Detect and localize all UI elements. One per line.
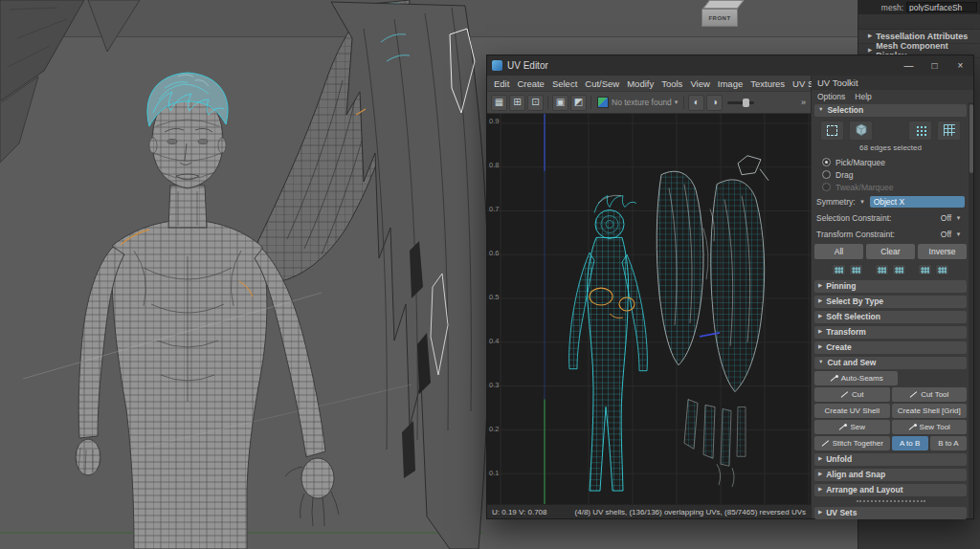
- b-to-a-button[interactable]: B to A: [930, 436, 967, 450]
- v-axis-tick: 0.5: [489, 294, 499, 301]
- menu-edit[interactable]: Edit: [490, 78, 513, 89]
- transform-constraint-dropdown[interactable]: Off ▾: [941, 230, 965, 239]
- section-uv-sets[interactable]: ▶ UV Sets: [814, 507, 967, 519]
- uv-editor-statusbar: U: 0.19 V: 0.708 (4/8) UV shells, (136/1…: [487, 504, 811, 518]
- menu-select[interactable]: Select: [548, 78, 581, 89]
- snap-grid-icon[interactable]: ⊞: [509, 95, 525, 111]
- transform-constraint-row: Transform Constraint: Off ▾: [814, 226, 967, 242]
- chevron-right-icon: ▶: [818, 487, 822, 493]
- menu-image[interactable]: Image: [714, 78, 746, 89]
- dot-grid-glyph: [835, 267, 843, 274]
- chevron-right-icon: ▶: [818, 314, 822, 319]
- display-grid-icon[interactable]: ▦: [491, 95, 507, 111]
- a-to-b-button[interactable]: A to B: [892, 436, 928, 450]
- view-cube-front-face[interactable]: FRONT: [702, 9, 738, 27]
- distortion-display-icon[interactable]: ◩: [570, 95, 587, 111]
- uv-shell-info: (4/8) UV shells, (136/136) overlapping U…: [575, 508, 806, 516]
- uv-editor-app-icon: [492, 60, 502, 71]
- sew-button[interactable]: Sew: [814, 420, 890, 434]
- v-axis-tick: 0.2: [489, 426, 499, 433]
- section-arrange-and-layout[interactable]: ▶ Arrange and Layout: [814, 484, 967, 496]
- v-axis-tick: 0.6: [489, 250, 499, 257]
- selection-buttons-row: All Clear Inverse: [814, 244, 967, 259]
- section-transform[interactable]: ▶ Transform: [814, 326, 967, 339]
- convert-to-uv-icon[interactable]: [832, 264, 846, 275]
- section-create[interactable]: ▶ Create: [814, 341, 967, 354]
- menu-tools[interactable]: Tools: [657, 78, 686, 89]
- select-shell-icon[interactable]: [918, 264, 932, 275]
- scrollbar-thumb[interactable]: [969, 104, 973, 173]
- radio-button-icon[interactable]: [822, 158, 831, 166]
- minimize-button[interactable]: —: [896, 55, 922, 76]
- menu-textures[interactable]: Textures: [746, 78, 789, 89]
- create-uv-shell-button[interactable]: Create UV Shell: [814, 404, 890, 418]
- pixel-snap-icon[interactable]: ⊡: [527, 95, 544, 111]
- section-align-and-snap[interactable]: ▶ Align and Snap: [814, 469, 967, 481]
- stitch-together-button[interactable]: Stitch Together: [814, 436, 890, 450]
- menu-view[interactable]: View: [686, 78, 713, 89]
- image-dim-slider[interactable]: [727, 101, 754, 104]
- section-selection[interactable]: ▼ Selection: [814, 104, 967, 117]
- shaded-uvs-icon[interactable]: ◐: [688, 95, 704, 111]
- toolkit-scrollbar[interactable]: [969, 102, 973, 518]
- mesh-name-field[interactable]: polySurfaceSh: [906, 2, 977, 12]
- v-axis-tick: 0.4: [489, 338, 499, 345]
- window-controls: — □ ×: [896, 55, 973, 76]
- uv-toolkit-title: UV Toolkit: [812, 76, 973, 90]
- cut-button[interactable]: Cut: [814, 387, 890, 402]
- cut-tool-button[interactable]: Cut Tool: [892, 387, 968, 402]
- dot-grid-glyph: [938, 267, 947, 274]
- view-cube-top-face[interactable]: [702, 0, 744, 9]
- chevron-down-icon[interactable]: ▾: [858, 198, 867, 206]
- selection-constraint-label: Selection Constraint:: [816, 213, 891, 223]
- radio-button-icon[interactable]: [822, 170, 831, 179]
- camera-based-select-icon[interactable]: [849, 121, 873, 141]
- toolbar-overflow-chevron[interactable]: »: [800, 98, 807, 107]
- chevron-right-icon: ▶: [818, 472, 822, 477]
- auto-seams-icon: [830, 375, 838, 383]
- selection-constraint-dropdown[interactable]: Off ▾: [941, 213, 965, 223]
- inverse-selection-button[interactable]: Inverse: [918, 244, 967, 259]
- uv-editor-pane: Edit Create Select Cut/Sew Modify Tools …: [487, 76, 812, 518]
- grid-select-icon[interactable]: [937, 121, 961, 141]
- symmetry-dropdown[interactable]: Object X: [870, 196, 965, 208]
- needle-icon: [838, 424, 847, 431]
- panel-resize-handle[interactable]: [814, 497, 967, 505]
- section-cut-and-sew[interactable]: ▼ Cut and Sew: [814, 357, 967, 369]
- create-shell-grid-button[interactable]: Create Shell [Grid]: [892, 404, 968, 418]
- select-border-icon[interactable]: [935, 264, 949, 275]
- texture-dropdown[interactable]: No texture found ▾: [595, 95, 679, 111]
- maximize-button[interactable]: □: [922, 55, 947, 76]
- slider-knob[interactable]: [743, 99, 749, 107]
- uv-point-select-icon[interactable]: [908, 121, 932, 141]
- section-select-by-type[interactable]: ▶ Select By Type: [814, 296, 967, 308]
- texture-dim-icon[interactable]: ◑: [706, 95, 723, 111]
- marquee-select-icon[interactable]: [820, 121, 844, 141]
- select-all-button[interactable]: All: [814, 244, 863, 259]
- menu-cut-sew[interactable]: Cut/Sew: [581, 78, 623, 89]
- uv-canvas[interactable]: 0.9 0.8 0.7 0.6 0.5 0.4 0.3 0.2 0.1: [487, 114, 811, 504]
- clear-selection-button[interactable]: Clear: [866, 244, 915, 259]
- chevron-down-icon: ▼: [818, 360, 823, 365]
- uv-canvas-graphics[interactable]: [487, 114, 811, 504]
- radio-drag[interactable]: Drag: [814, 168, 967, 181]
- menu-help[interactable]: Help: [855, 92, 871, 101]
- shell-border-icon[interactable]: ▣: [552, 95, 568, 111]
- auto-seams-button[interactable]: Auto-Seams: [814, 371, 898, 385]
- section-pinning[interactable]: ▶ Pinning: [814, 280, 967, 293]
- convert-to-face-icon[interactable]: [875, 264, 889, 275]
- chevron-down-icon: ▼: [818, 107, 823, 113]
- close-button[interactable]: ×: [947, 55, 973, 76]
- uv-editor-titlebar[interactable]: UV Editor — □ ×: [487, 55, 973, 76]
- menu-create[interactable]: Create: [513, 78, 548, 89]
- section-unfold[interactable]: ▶ Unfold: [814, 453, 967, 466]
- sew-tool-button[interactable]: Sew Tool: [892, 420, 968, 434]
- menu-options[interactable]: Options: [817, 92, 845, 101]
- grid-glyph: [944, 124, 955, 136]
- section-soft-selection[interactable]: ▶ Soft Selection: [814, 311, 967, 323]
- menu-modify[interactable]: Modify: [623, 78, 657, 89]
- convert-to-edge-icon[interactable]: [849, 264, 863, 275]
- view-cube[interactable]: FRONT: [693, 0, 750, 29]
- radio-pick-marquee[interactable]: Pick/Marquee: [814, 156, 967, 168]
- convert-to-vertex-icon[interactable]: [892, 264, 906, 275]
